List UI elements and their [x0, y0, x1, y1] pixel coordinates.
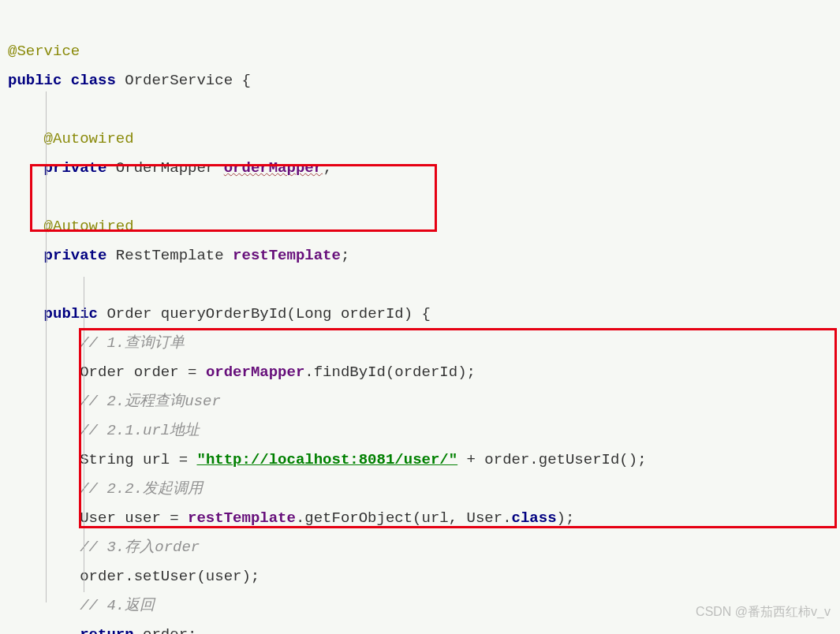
eq-1: = [179, 364, 206, 381]
comment-3: // 3.存入order [80, 539, 200, 556]
param-type: Long [296, 305, 332, 323]
comment-2: // 2.远程查询user [80, 393, 221, 410]
type-order-var: Order [80, 364, 125, 381]
kw-private-1: private [44, 159, 107, 177]
comment-4: // 4.返回 [80, 597, 155, 614]
method-name: queryOrderById [161, 305, 287, 323]
annotation-service: @Service [8, 43, 80, 60]
kw-class-ref: class [512, 509, 557, 527]
kw-private-2: private [44, 247, 107, 264]
ref-mapper: orderMapper [206, 364, 304, 381]
eq-3: = [161, 509, 188, 527]
param-name: orderId [341, 305, 404, 323]
brace-open: { [241, 72, 250, 89]
annotation-autowired-2: @Autowired [44, 218, 134, 235]
field-mapper: orderMapper [224, 159, 323, 177]
call-findById: .findById(orderId); [304, 364, 476, 381]
tail-paren: ); [557, 509, 575, 527]
kw-public-method: public [44, 305, 98, 323]
set-user: order.setUser(user); [80, 568, 259, 585]
type-user: User [80, 509, 116, 527]
type-mapper: OrderMapper [116, 159, 215, 177]
code-block: @Service public class OrderService { @Au… [0, 0, 840, 634]
guide-line-outer [46, 91, 47, 602]
call-getForObject: .getForObject(url, User. [296, 509, 512, 527]
kw-class: class [71, 72, 116, 89]
kw-return: return [80, 626, 133, 634]
type-string: String [80, 451, 133, 468]
ret-val: order; [134, 626, 197, 634]
watermark: CSDN @番茄西红柿v_v [696, 597, 831, 626]
guide-line-inner [84, 277, 84, 592]
var-url: url [143, 451, 170, 468]
plus-getUserId: + order.getUserId(); [457, 451, 646, 468]
comment-21: // 2.1.url地址 [80, 422, 200, 439]
kw-public: public [8, 72, 62, 89]
comment-22: // 2.2.发起调用 [80, 480, 203, 498]
string-url: "http://localhost:8081/user/" [196, 451, 457, 468]
return-type: Order [106, 305, 151, 323]
field-rest: restTemplate [233, 247, 341, 264]
method-open-brace: ) { [404, 305, 431, 323]
var-user: user [125, 509, 161, 527]
semi-2: ; [341, 247, 349, 264]
ref-rest: restTemplate [188, 509, 296, 527]
annotation-autowired-1: @Autowired [44, 130, 134, 147]
class-name: OrderService [125, 72, 233, 89]
comment-1: // 1.查询订单 [80, 334, 185, 352]
type-rest: RestTemplate [116, 247, 224, 264]
semi-1: ; [323, 159, 331, 177]
eq-2: = [170, 451, 196, 468]
var-order: order [134, 364, 179, 381]
